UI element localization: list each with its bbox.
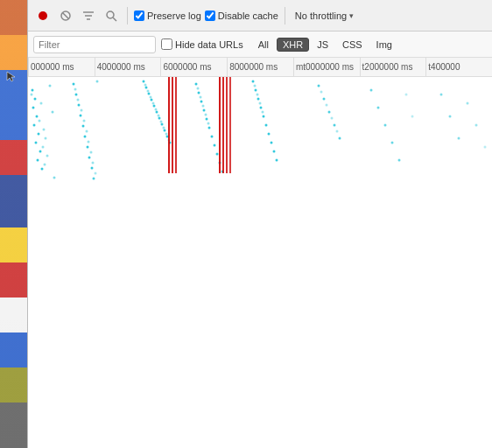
filter-type-buttons: All XHR JS CSS Img: [252, 38, 398, 52]
svg-point-6: [107, 11, 114, 18]
dot-cluster-1: [31, 85, 56, 179]
waterfall-area[interactable]: [28, 77, 492, 448]
svg-point-107: [318, 85, 320, 88]
filter-js-button[interactable]: JS: [311, 38, 334, 52]
dot-cluster-6: [318, 85, 341, 140]
svg-point-40: [77, 99, 80, 102]
timeline-label-1: 4000000 ms: [95, 58, 161, 77]
timeline-label-4: mt0000000 ms: [293, 58, 360, 77]
svg-point-115: [336, 130, 339, 133]
separator-2: [285, 7, 285, 24]
svg-line-2: [63, 12, 69, 18]
svg-point-108: [323, 98, 326, 101]
svg-rect-70: [168, 77, 170, 173]
svg-point-114: [331, 117, 334, 120]
svg-point-51: [148, 93, 151, 95]
preserve-log-text: Preserve log: [147, 10, 201, 21]
filter-css-button[interactable]: CSS: [336, 38, 369, 52]
timeline-label-3: 8000000 ms: [227, 58, 293, 77]
hide-data-urls-label[interactable]: Hide data URLs: [161, 38, 243, 50]
filter-img-button[interactable]: Img: [370, 38, 398, 52]
filter-input[interactable]: [33, 36, 156, 53]
network-waterfall-svg: [28, 77, 492, 182]
svg-point-33: [82, 125, 85, 128]
svg-point-8: [32, 89, 34, 92]
disable-cache-checkbox[interactable]: [205, 10, 215, 21]
filter-all-button[interactable]: All: [252, 38, 275, 52]
throttle-arrow-icon: ▾: [349, 11, 354, 20]
svg-point-101: [273, 150, 276, 153]
svg-rect-72: [175, 77, 177, 173]
svg-point-39: [74, 88, 77, 91]
svg-rect-84: [219, 77, 221, 173]
cursor-icon: [5, 70, 18, 82]
dot-cluster-3: [143, 77, 178, 173]
svg-point-45: [90, 151, 93, 154]
svg-point-67: [163, 127, 165, 130]
dot-cluster-7: [370, 89, 414, 162]
preserve-log-label[interactable]: Preserve log: [134, 10, 201, 21]
svg-point-38: [93, 178, 95, 180]
svg-point-124: [449, 116, 452, 118]
svg-rect-71: [172, 77, 173, 173]
svg-point-13: [38, 133, 40, 136]
svg-point-127: [475, 124, 478, 127]
disable-cache-label[interactable]: Disable cache: [205, 10, 278, 21]
svg-point-61: [147, 90, 150, 93]
svg-point-29: [73, 83, 75, 86]
svg-point-17: [41, 168, 44, 171]
svg-point-90: [202, 105, 205, 108]
svg-point-31: [78, 104, 81, 107]
svg-point-81: [216, 153, 219, 156]
svg-point-22: [45, 137, 47, 140]
filter-xhr-button[interactable]: XHR: [277, 38, 309, 52]
svg-point-41: [81, 109, 83, 112]
svg-point-119: [391, 142, 394, 144]
svg-point-125: [458, 137, 460, 140]
svg-point-43: [86, 130, 88, 133]
svg-point-103: [254, 85, 257, 88]
svg-point-121: [405, 94, 408, 96]
stop-button[interactable]: [56, 6, 75, 25]
hide-data-urls-checkbox[interactable]: [161, 38, 172, 50]
svg-point-112: [320, 91, 323, 94]
svg-point-55: [158, 117, 161, 120]
dot-cluster-8: [440, 94, 487, 149]
filter-button[interactable]: [79, 6, 98, 25]
svg-point-28: [53, 177, 56, 179]
throttle-dropdown[interactable]: No throttling ▾: [292, 9, 357, 23]
svg-rect-87: [229, 77, 231, 173]
svg-point-91: [205, 114, 207, 116]
svg-point-79: [211, 136, 214, 138]
disable-cache-text: Disable cache: [218, 10, 278, 21]
svg-point-0: [39, 11, 47, 20]
svg-point-48: [96, 80, 99, 83]
svg-point-36: [88, 157, 91, 159]
svg-point-88: [197, 88, 200, 90]
search-button[interactable]: [102, 6, 121, 25]
svg-point-93: [252, 80, 255, 83]
svg-point-20: [39, 120, 41, 122]
hide-data-urls-text: Hide data URLs: [175, 39, 243, 50]
svg-point-66: [160, 121, 163, 123]
svg-point-94: [255, 89, 257, 92]
dot-cluster-2: [73, 80, 99, 180]
svg-point-102: [276, 159, 278, 162]
svg-point-117: [377, 107, 380, 109]
svg-point-89: [200, 96, 202, 99]
preserve-log-checkbox[interactable]: [134, 10, 144, 21]
browser-sidebar: [0, 0, 28, 448]
svg-point-25: [44, 164, 46, 166]
timeline-label-0: 000000 ms: [28, 58, 95, 77]
record-button[interactable]: [33, 6, 53, 25]
svg-point-110: [334, 124, 336, 127]
svg-point-30: [75, 94, 78, 96]
svg-point-42: [83, 120, 86, 122]
svg-point-12: [33, 124, 36, 127]
svg-rect-86: [226, 77, 228, 173]
svg-point-37: [91, 167, 94, 170]
svg-point-113: [326, 104, 328, 107]
svg-point-52: [151, 99, 153, 102]
svg-point-64: [155, 108, 158, 111]
timeline-labels: 000000 ms 4000000 ms 6000000 ms 8000000 …: [28, 58, 492, 77]
